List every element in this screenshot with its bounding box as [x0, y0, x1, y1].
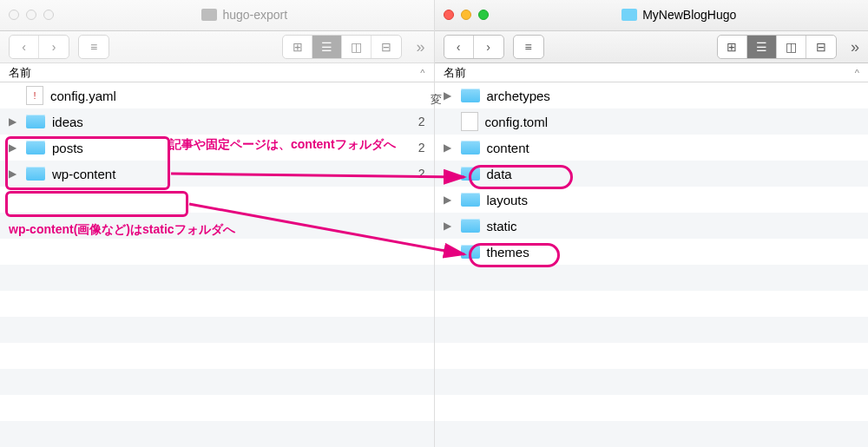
list-view-button[interactable]: ☰ — [312, 36, 342, 58]
folder-icon — [26, 141, 45, 154]
view-buttons[interactable]: ⊞ ☰ ◫ ⊟ — [717, 35, 837, 59]
column-header-2[interactable]: 変 — [431, 92, 441, 113]
gallery-view-button[interactable]: ⊟ — [806, 36, 836, 58]
close-icon[interactable] — [444, 10, 454, 20]
disclosure-icon[interactable]: ▶ — [9, 168, 19, 180]
disclosure-icon[interactable]: ▶ — [444, 168, 454, 180]
gallery-view-button[interactable]: ⊟ — [372, 36, 401, 58]
folder-icon — [26, 115, 45, 128]
view-buttons[interactable]: ⊞ ☰ ◫ ⊟ — [282, 35, 402, 59]
more-icon[interactable]: » — [851, 38, 859, 56]
folder-icon — [461, 219, 480, 233]
list-item[interactable]: ▶ archetypes — [435, 82, 869, 108]
icon-view-button[interactable]: ⊞ — [718, 36, 747, 58]
arrange-button[interactable]: ≡ — [78, 35, 109, 59]
file-name: themes — [487, 245, 529, 260]
list-item[interactable]: ▶ layouts — [435, 187, 869, 213]
folder-icon — [201, 9, 217, 21]
forward-button[interactable]: › — [39, 36, 69, 58]
nav-buttons[interactable]: ‹ › — [9, 35, 69, 59]
list-item[interactable]: ▶ ideas 2 — [0, 108, 434, 135]
file-name: content — [487, 141, 529, 155]
list-item[interactable]: ! config.yaml — [0, 82, 434, 108]
toolbar: ‹ › ≡ ⊞ ☰ ◫ ⊟ » — [0, 31, 434, 64]
file-list: ▶ archetypes config.toml ▶ content ▶ dat… — [435, 82, 869, 447]
disclosure-icon[interactable]: ▶ — [444, 89, 454, 102]
list-item[interactable]: ▶ static — [435, 213, 869, 239]
folder-icon — [461, 245, 480, 259]
column-name: 名前 — [9, 65, 31, 81]
titlebar: hugo-export — [0, 0, 434, 31]
sort-icon[interactable]: ^ — [420, 68, 424, 78]
list-item[interactable]: ▶ posts 2 — [0, 135, 434, 161]
column-header[interactable]: 名前 ^ — [0, 63, 434, 82]
close-icon[interactable] — [9, 10, 19, 20]
list-item[interactable]: ▶ content — [435, 135, 869, 161]
disclosure-icon[interactable]: ▶ — [444, 246, 454, 258]
back-button[interactable]: ‹ — [10, 36, 39, 58]
minimize-icon[interactable] — [26, 10, 36, 20]
minimize-icon[interactable] — [461, 10, 471, 20]
column-view-button[interactable]: ◫ — [342, 36, 372, 58]
folder-icon — [461, 141, 480, 154]
folder-icon — [461, 193, 480, 207]
arrange-button[interactable]: ≡ — [513, 35, 544, 59]
file-name: config.yaml — [50, 89, 116, 103]
file-name: data — [487, 167, 512, 181]
file-name: wp-content — [52, 167, 115, 181]
finder-window-left: hugo-export ‹ › ≡ ⊞ ☰ ◫ ⊟ » 名前 ^ — [0, 0, 435, 447]
folder-icon — [26, 167, 45, 181]
window-title: hugo-export — [222, 8, 287, 22]
back-button[interactable]: ‹ — [444, 36, 474, 58]
file-name: archetypes — [487, 89, 550, 103]
folder-icon — [621, 9, 637, 21]
window-title: MyNewBlogHugo — [642, 8, 736, 22]
file-name: static — [487, 219, 517, 233]
disclosure-icon[interactable]: ▶ — [9, 141, 19, 154]
file-name: layouts — [487, 193, 529, 207]
nav-buttons[interactable]: ‹ › — [444, 35, 504, 59]
file-icon — [461, 112, 478, 131]
disclosure-icon[interactable]: ▶ — [444, 141, 454, 154]
disclosure-icon[interactable]: ▶ — [444, 194, 454, 206]
zoom-icon[interactable] — [478, 10, 489, 20]
list-item[interactable]: ▶ wp-content 2 — [0, 161, 434, 187]
arrange-icon[interactable]: ≡ — [79, 36, 108, 58]
titlebar: MyNewBlogHugo — [435, 0, 869, 31]
finder-window-right: MyNewBlogHugo ‹ › ≡ ⊞ ☰ ◫ ⊟ » 名前 ^ — [435, 0, 869, 447]
zoom-icon[interactable] — [43, 10, 54, 20]
file-name: posts — [52, 141, 83, 155]
toolbar: ‹ › ≡ ⊞ ☰ ◫ ⊟ » — [435, 31, 869, 64]
list-item[interactable]: config.toml — [435, 108, 869, 135]
list-item[interactable]: ▶ themes — [435, 239, 869, 265]
sort-icon[interactable]: ^ — [855, 68, 859, 78]
folder-icon — [461, 89, 480, 102]
file-icon: ! — [26, 86, 43, 105]
column-name: 名前 — [444, 65, 466, 81]
traffic-lights[interactable] — [9, 10, 54, 20]
more-icon[interactable]: » — [416, 38, 424, 56]
folder-icon — [461, 167, 480, 181]
disclosure-icon[interactable]: ▶ — [9, 115, 19, 128]
icon-view-button[interactable]: ⊞ — [283, 36, 312, 58]
column-header[interactable]: 名前 ^ — [435, 63, 869, 82]
column-view-button[interactable]: ◫ — [777, 36, 806, 58]
arrange-icon[interactable]: ≡ — [514, 36, 543, 58]
file-name: ideas — [52, 115, 83, 129]
traffic-lights[interactable] — [444, 10, 489, 20]
disclosure-icon[interactable]: ▶ — [444, 220, 454, 232]
forward-button[interactable]: › — [474, 36, 503, 58]
list-item[interactable]: ▶ data — [435, 161, 869, 187]
file-list: ! config.yaml ▶ ideas 2 ▶ posts 2 ▶ wp-c… — [0, 82, 434, 447]
list-view-button[interactable]: ☰ — [747, 36, 777, 58]
file-name: config.toml — [485, 115, 549, 129]
